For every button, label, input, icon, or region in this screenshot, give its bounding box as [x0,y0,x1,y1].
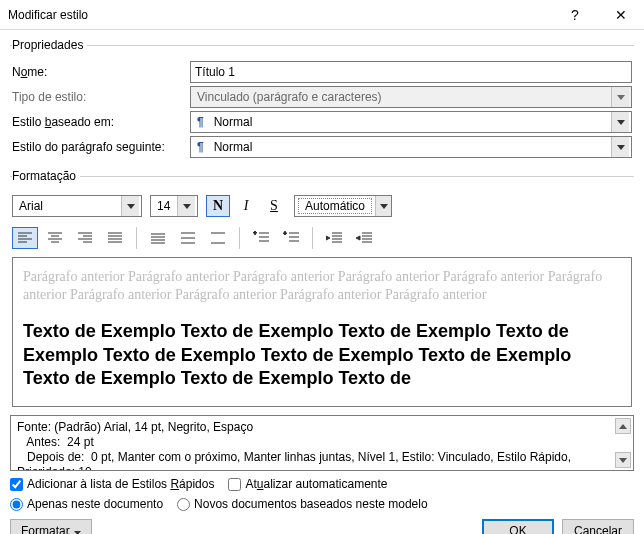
svg-marker-5 [380,204,388,209]
desc-line: Antes: 24 pt [17,435,627,450]
paragraph-mark-icon: ¶ [197,115,204,129]
align-center-icon [48,232,62,244]
only-this-document-radio[interactable]: Apenas neste documento [10,497,163,511]
size-combo[interactable]: 14 [150,195,198,217]
align-right-button[interactable] [72,227,98,249]
space-before-increase-icon [253,231,269,245]
line-spacing-1-icon [151,232,165,244]
separator [239,227,240,249]
style-preview: Parágrafo anterior Parágrafo anterior Pa… [12,257,632,407]
svg-marker-0 [617,95,625,100]
new-documents-radio[interactable]: Novos documentos baseados neste modelo [177,497,427,511]
align-justify-button[interactable] [102,227,128,249]
line-spacing-15-icon [181,232,195,244]
line-spacing-1-button[interactable] [145,227,171,249]
properties-group: Propriedades Nome: Tipo de estilo: Vincu… [10,38,634,163]
line-spacing-2-button[interactable] [205,227,231,249]
properties-legend: Propriedades [12,38,87,52]
chevron-down-icon [74,524,81,534]
svg-marker-48 [619,458,627,463]
scroll-up-button[interactable] [615,418,631,434]
font-color-combo[interactable]: Automático [294,195,392,217]
add-quick-styles-checkbox[interactable]: Adicionar à lista de Estilos Rápidos [10,477,214,491]
underline-button[interactable]: S [262,195,286,217]
space-before-decrease-icon [283,231,299,245]
svg-marker-37 [326,236,330,240]
format-menu-button[interactable]: Formatar [10,519,92,534]
paragraph-mark-icon: ¶ [197,140,204,154]
preview-sample-text: Texto de Exemplo Texto de Exemplo Texto … [23,320,621,390]
align-right-icon [78,232,92,244]
separator [136,227,137,249]
separator [312,227,313,249]
based-on-label: Estilo baseado em: [12,115,184,129]
scroll-down-button[interactable] [615,452,631,468]
formatting-group: Formatação Arial 14 N I S Automático [10,169,634,409]
chevron-down-icon[interactable] [177,196,195,216]
cancel-button[interactable]: Cancelar [562,519,634,534]
line-spacing-2-icon [211,232,225,244]
svg-marker-2 [617,145,625,150]
next-style-label: Estilo do parágrafo seguinte: [12,140,184,154]
chevron-down-icon [611,87,629,107]
increase-indent-button[interactable] [351,227,377,249]
chevron-down-icon[interactable] [611,137,629,157]
align-center-button[interactable] [42,227,68,249]
style-description: Fonte: (Padrão) Arial, 14 pt, Negrito, E… [10,415,634,471]
next-style-combo[interactable]: ¶ Normal [190,136,632,158]
italic-button[interactable]: I [234,195,258,217]
chevron-down-icon[interactable] [121,196,139,216]
style-type-label: Tipo de estilo: [12,90,184,104]
bold-button[interactable]: N [206,195,230,217]
preview-previous-paragraph: Parágrafo anterior Parágrafo anterior Pa… [23,268,621,304]
align-justify-icon [108,232,122,244]
svg-marker-4 [183,204,191,209]
name-input[interactable] [190,61,632,83]
chevron-down-icon[interactable] [611,112,629,132]
svg-marker-47 [619,424,627,429]
title-bar: Modificar estilo ? ✕ [0,0,644,30]
auto-update-checkbox[interactable]: Atualizar automaticamente [228,477,387,491]
window-title: Modificar estilo [8,8,552,22]
name-label: Nome: [12,65,184,79]
based-on-combo[interactable]: ¶ Normal [190,111,632,133]
space-before-decrease-button[interactable] [278,227,304,249]
svg-marker-1 [617,120,625,125]
desc-line: Depois de: 0 pt, Manter com o próximo, M… [17,450,627,471]
decrease-indent-icon [326,232,342,244]
desc-line: Fonte: (Padrão) Arial, 14 pt, Negrito, E… [17,420,627,435]
svg-marker-3 [127,204,135,209]
decrease-indent-button[interactable] [321,227,347,249]
chevron-down-icon[interactable] [375,196,391,216]
align-left-icon [18,232,32,244]
ok-button[interactable]: OK [482,519,554,534]
space-before-increase-button[interactable] [248,227,274,249]
style-type-combo: Vinculado (parágrafo e caracteres) [190,86,632,108]
font-combo[interactable]: Arial [12,195,142,217]
formatting-legend: Formatação [12,169,80,183]
help-button[interactable]: ? [552,0,598,30]
close-button[interactable]: ✕ [598,0,644,30]
increase-indent-icon [356,232,372,244]
line-spacing-15-button[interactable] [175,227,201,249]
align-left-button[interactable] [12,227,38,249]
svg-marker-42 [356,236,360,240]
